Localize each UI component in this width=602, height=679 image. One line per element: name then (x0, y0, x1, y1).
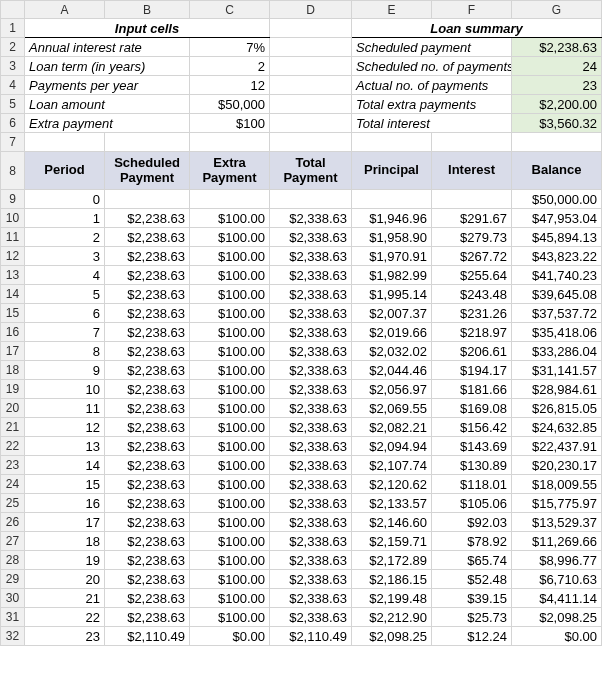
principal-cell[interactable]: $1,995.14 (352, 285, 432, 304)
total-cell[interactable]: $2,338.63 (270, 247, 352, 266)
principal-cell[interactable]: $2,069.55 (352, 399, 432, 418)
extra-cell[interactable]: $100.00 (190, 228, 270, 247)
row-header-8[interactable]: 8 (1, 152, 25, 190)
summary-label[interactable]: Total extra payments (352, 95, 512, 114)
summary-value[interactable]: $2,238.63 (512, 38, 602, 57)
total-cell[interactable]: $2,338.63 (270, 323, 352, 342)
empty-cell[interactable] (270, 95, 352, 114)
scheduled-cell[interactable]: $2,238.63 (105, 418, 190, 437)
summary-value[interactable]: $2,200.00 (512, 95, 602, 114)
extra-cell[interactable]: $100.00 (190, 380, 270, 399)
total-cell[interactable]: $2,338.63 (270, 494, 352, 513)
summary-value[interactable]: $3,560.32 (512, 114, 602, 133)
corner-cell[interactable] (1, 1, 25, 19)
empty-cell[interactable] (270, 133, 352, 152)
balance-cell[interactable]: $20,230.17 (512, 456, 602, 475)
empty-cell[interactable] (190, 133, 270, 152)
scheduled-cell[interactable]: $2,238.63 (105, 209, 190, 228)
row-header-13[interactable]: 13 (1, 266, 25, 285)
balance-cell[interactable]: $22,437.91 (512, 437, 602, 456)
amortization-header[interactable]: Total Payment (270, 152, 352, 190)
balance-cell[interactable]: $33,286.04 (512, 342, 602, 361)
scheduled-cell[interactable]: $2,238.63 (105, 399, 190, 418)
amortization-header[interactable]: Balance (512, 152, 602, 190)
extra-cell[interactable]: $100.00 (190, 513, 270, 532)
amortization-header[interactable]: Extra Payment (190, 152, 270, 190)
scheduled-cell[interactable]: $2,238.63 (105, 589, 190, 608)
extra-cell[interactable]: $100.00 (190, 247, 270, 266)
interest-cell[interactable]: $143.69 (432, 437, 512, 456)
row-header-27[interactable]: 27 (1, 532, 25, 551)
row-header-6[interactable]: 6 (1, 114, 25, 133)
total-cell[interactable]: $2,338.63 (270, 589, 352, 608)
col-header-C[interactable]: C (190, 1, 270, 19)
total-cell[interactable]: $2,338.63 (270, 608, 352, 627)
row-header-21[interactable]: 21 (1, 418, 25, 437)
scheduled-cell[interactable]: $2,238.63 (105, 342, 190, 361)
input-section-title[interactable]: Input cells (25, 19, 270, 38)
period-cell[interactable]: 21 (25, 589, 105, 608)
input-label[interactable]: Extra payment (25, 114, 190, 133)
row-header-19[interactable]: 19 (1, 380, 25, 399)
scheduled-cell[interactable]: $2,110.49 (105, 627, 190, 646)
total-cell[interactable]: $2,338.63 (270, 209, 352, 228)
principal-cell[interactable]: $2,172.89 (352, 551, 432, 570)
summary-label[interactable]: Actual no. of payments (352, 76, 512, 95)
empty-cell[interactable] (270, 38, 352, 57)
interest-cell[interactable]: $92.03 (432, 513, 512, 532)
balance-cell[interactable]: $6,710.63 (512, 570, 602, 589)
interest-cell[interactable]: $12.24 (432, 627, 512, 646)
scheduled-cell[interactable]: $2,238.63 (105, 551, 190, 570)
interest-cell[interactable]: $169.08 (432, 399, 512, 418)
balance-cell[interactable]: $35,418.06 (512, 323, 602, 342)
empty-cell[interactable] (270, 114, 352, 133)
empty-cell[interactable] (25, 133, 105, 152)
interest-cell[interactable]: $231.26 (432, 304, 512, 323)
interest-cell[interactable]: $52.48 (432, 570, 512, 589)
period-cell[interactable]: 3 (25, 247, 105, 266)
period-cell[interactable]: 7 (25, 323, 105, 342)
extra-cell[interactable]: $100.00 (190, 285, 270, 304)
row-header-10[interactable]: 10 (1, 209, 25, 228)
scheduled-cell[interactable]: $2,238.63 (105, 323, 190, 342)
interest-cell[interactable]: $194.17 (432, 361, 512, 380)
amortization-header[interactable]: Scheduled Payment (105, 152, 190, 190)
input-value[interactable]: 2 (190, 57, 270, 76)
scheduled-cell[interactable]: $2,238.63 (105, 437, 190, 456)
period-cell[interactable]: 22 (25, 608, 105, 627)
total-cell[interactable]: $2,338.63 (270, 532, 352, 551)
row-header-12[interactable]: 12 (1, 247, 25, 266)
total-cell[interactable]: $2,338.63 (270, 456, 352, 475)
balance-cell[interactable]: $26,815.05 (512, 399, 602, 418)
period-cell[interactable]: 11 (25, 399, 105, 418)
input-value[interactable]: 12 (190, 76, 270, 95)
balance-cell[interactable]: $2,098.25 (512, 608, 602, 627)
interest-cell[interactable]: $118.01 (432, 475, 512, 494)
row-header-5[interactable]: 5 (1, 95, 25, 114)
principal-cell[interactable]: $1,970.91 (352, 247, 432, 266)
row-header-1[interactable]: 1 (1, 19, 25, 38)
period-cell[interactable]: 2 (25, 228, 105, 247)
period-cell[interactable]: 6 (25, 304, 105, 323)
principal-cell[interactable]: $2,120.62 (352, 475, 432, 494)
row-header-20[interactable]: 20 (1, 399, 25, 418)
period-cell[interactable]: 1 (25, 209, 105, 228)
extra-cell[interactable]: $100.00 (190, 342, 270, 361)
principal-cell[interactable]: $2,056.97 (352, 380, 432, 399)
total-cell[interactable] (270, 190, 352, 209)
balance-cell[interactable]: $47,953.04 (512, 209, 602, 228)
extra-cell[interactable]: $100.00 (190, 532, 270, 551)
row-header-7[interactable]: 7 (1, 133, 25, 152)
empty-cell[interactable] (270, 19, 352, 38)
scheduled-cell[interactable]: $2,238.63 (105, 361, 190, 380)
scheduled-cell[interactable]: $2,238.63 (105, 456, 190, 475)
extra-cell[interactable]: $100.00 (190, 399, 270, 418)
row-header-29[interactable]: 29 (1, 570, 25, 589)
scheduled-cell[interactable]: $2,238.63 (105, 228, 190, 247)
row-header-16[interactable]: 16 (1, 323, 25, 342)
principal-cell[interactable]: $1,958.90 (352, 228, 432, 247)
interest-cell[interactable] (432, 190, 512, 209)
balance-cell[interactable]: $39,645.08 (512, 285, 602, 304)
input-label[interactable]: Payments per year (25, 76, 190, 95)
scheduled-cell[interactable]: $2,238.63 (105, 570, 190, 589)
